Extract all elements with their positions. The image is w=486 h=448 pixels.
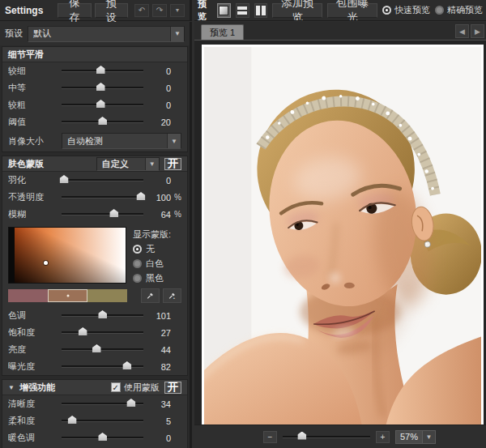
quick-preview-label: 快速预览 [394,4,430,16]
zoom-level-select[interactable]: 57% ▼ [395,430,436,444]
zoom-in-button[interactable]: + [376,431,390,443]
section-mask-header[interactable]: 肤色蒙版 自定义 ▼ 开 [2,156,187,172]
slider-track[interactable] [62,365,143,368]
section-enhance-title: 增强功能 [19,382,55,394]
slider-label: 模糊 [8,208,57,220]
preview-toolbar-label: 预览 [198,0,212,21]
tab-scroll-right-button[interactable]: ▶ [471,24,484,38]
slider-value: 0 [148,66,171,76]
slider-row-softness: 柔和度 5 [2,412,187,429]
slider-label: 暖色调 [8,432,57,444]
chevron-down-icon[interactable]: ▼ [170,27,184,41]
undo-button[interactable]: ↶ [134,4,149,17]
chevron-down-icon[interactable]: ▼ [423,430,436,444]
slider-thumb[interactable] [122,361,131,369]
slider-track[interactable] [62,87,143,89]
collapse-icon[interactable]: ▼ [8,384,15,391]
quick-preview-radio[interactable]: 快速预览 [382,4,430,16]
slider-track[interactable] [62,348,143,351]
preset-select-value: 默认 [28,28,170,40]
slider-row-hue: 色调 101 [2,307,187,324]
chevron-down-icon[interactable]: ▼ [145,158,159,170]
slider-track[interactable] [62,179,143,181]
accurate-preview-radio[interactable]: 精确预览 [435,4,483,16]
slider-track[interactable] [62,403,143,405]
add-preview-button[interactable]: 添加预览 [272,3,322,18]
slider-thumb[interactable] [109,209,118,217]
portrait-size-select[interactable]: 自动检测 ▼ [62,133,181,149]
color-marker[interactable] [44,261,48,265]
use-mask-checkbox[interactable]: ✓ 使用蒙版 [111,382,160,394]
slider-row-threshold: 阈值 20 [2,113,187,130]
hue-swatch-3[interactable] [87,289,127,302]
zoom-slider-thumb[interactable] [297,432,306,440]
slider-thumb[interactable] [79,327,87,335]
section-enhance-header[interactable]: ▼ 增强功能 ✓ 使用蒙版 开 [2,380,187,395]
hue-swatch-1[interactable] [8,289,48,302]
section-detail-smoothing: 细节平滑 较细 0 中等 0 较粗 0 阈值 20 [2,46,188,152]
section-detail-header[interactable]: 细节平滑 [2,47,187,62]
preset-select[interactable]: 默认 ▼ [28,26,185,42]
slider-label: 中等 [8,82,57,94]
chevron-down-icon[interactable]: ▼ [167,134,181,148]
slider-track[interactable] [62,196,143,198]
slider-track[interactable] [62,70,143,72]
slider-thumb[interactable] [98,117,107,125]
eyedropper-add-button[interactable]: + [163,288,181,303]
horizontal-split-view-button[interactable] [236,3,249,18]
image-frame [202,45,484,425]
mask-option-black[interactable]: 黑色 [133,272,171,284]
checkbox-checked-icon: ✓ [111,382,121,392]
color-gradient-field[interactable] [8,227,126,284]
vertical-split-view-button[interactable] [254,3,268,18]
mask-preset-select[interactable]: 自定义 ▼ [96,157,160,171]
slider-row-warmth: 暖色调 0 [2,429,187,446]
tab-scroll-left-button[interactable]: ◀ [455,24,469,38]
slider-row-sharpness: 清晰度 34 [2,395,187,412]
slider-thumb[interactable] [98,310,107,318]
bracket-exposure-button[interactable]: 包围曝光 [327,3,377,18]
slider-row-fine: 较细 0 [2,62,187,79]
hue-swatch-2-selected[interactable] [48,289,87,302]
slider-track[interactable] [62,437,143,439]
preview-canvas[interactable] [194,41,486,425]
zoom-out-button[interactable]: − [263,431,277,443]
slider-thumb[interactable] [96,100,105,108]
slider-thumb[interactable] [98,433,107,441]
slider-thumb[interactable] [60,175,69,183]
slider-thumb[interactable] [136,192,145,200]
show-mask-label: 显示蒙版: [133,228,171,241]
slider-thumb[interactable] [126,399,135,407]
single-view-button[interactable] [217,3,231,18]
slider-track[interactable] [62,213,143,215]
portraiture-plugin-window: Settings 保存 预设 ↶ ↷ ▼ 预览 添加预览 包围曝光 快速预览 精… [0,0,486,448]
slider-thumb[interactable] [96,66,105,74]
mask-option-white[interactable]: 白色 [133,258,171,270]
mask-on-toggle[interactable]: 开 [164,158,181,170]
slider-thumb[interactable] [96,83,105,91]
slider-label: 柔和度 [8,415,57,427]
save-button[interactable]: 保存 [58,3,91,18]
slider-track[interactable] [62,121,143,123]
slider-track[interactable] [62,331,143,334]
tab-preview-1[interactable]: 预览 1 [201,24,244,40]
slider-row-fuzziness: 模糊 64% [2,206,187,223]
slider-track[interactable] [62,314,143,317]
slider-track[interactable] [62,420,143,422]
eyedropper-button[interactable] [141,288,160,303]
preset-button[interactable]: 预设 [95,3,128,18]
slider-row-medium: 中等 0 [2,79,187,96]
slider-thumb[interactable] [68,416,77,424]
slider-label: 色调 [8,309,57,322]
zoom-slider-track[interactable] [283,436,370,438]
enhance-on-toggle[interactable]: 开 [164,382,181,394]
slider-value: 64 [148,210,171,220]
preview-toolbar: 预览 添加预览 包围曝光 快速预览 精确预览 [194,0,486,21]
redo-button[interactable]: ↷ [152,4,167,17]
slider-thumb[interactable] [92,344,101,352]
slider-track[interactable] [62,104,143,106]
history-dropdown-button[interactable]: ▼ [170,4,185,17]
slider-value: 34 [148,399,171,409]
mask-option-none[interactable]: 无 [133,243,171,255]
hue-swatch-row: + [2,286,187,307]
